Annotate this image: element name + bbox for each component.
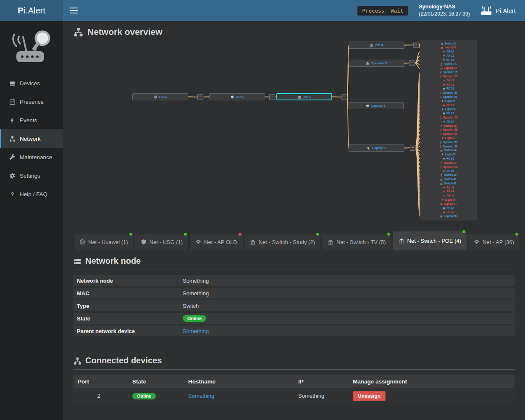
connected-devices-title: Connected devices — [74, 355, 514, 366]
tab-net-switch-study-2[interactable]: Net - Switch - Study (2) — [244, 234, 321, 250]
collapse-toggle[interactable]: − — [409, 60, 415, 66]
device-entry-pc-49[interactable]: PC 49 — [420, 210, 477, 215]
bank-icon — [298, 95, 301, 99]
device-entry-ap-27[interactable]: AP 27 — [420, 120, 477, 124]
device-entry-speaker-38[interactable]: Speaker 38 — [420, 165, 477, 169]
network-node-laptop-6[interactable]: Laptop 6 — [348, 102, 404, 109]
column-header-hostname: Hostname — [188, 378, 298, 385]
device-entry-ap-12[interactable]: AP 12 — [420, 58, 477, 62]
sidebar-item-network[interactable]: Network — [0, 129, 63, 148]
device-entry-ap-44[interactable]: AP 44 — [420, 190, 477, 194]
network-node-pc-4[interactable]: PC 4 — [349, 42, 404, 49]
device-entry-light-24[interactable]: Light 24 — [420, 108, 477, 112]
wifi-icon — [443, 191, 445, 193]
collapse-toggle[interactable]: − — [341, 94, 347, 100]
device-entry-switch-41[interactable]: Switch 41 — [420, 177, 477, 181]
sidebar-item-settings[interactable]: Settings — [0, 166, 63, 185]
device-entry-speaker-29[interactable]: Speaker 29 — [420, 128, 477, 132]
collapse-toggle[interactable]: − — [413, 42, 419, 48]
unassign-button[interactable]: Unassign — [353, 391, 386, 401]
device-entry-ap-11[interactable]: AP 11 — [420, 54, 477, 58]
device-entry-pc-23[interactable]: PC 23 — [420, 103, 477, 108]
brand-bold: Pi — [18, 6, 26, 16]
column-header-state: State — [132, 378, 188, 385]
device-entry-switch-37[interactable]: Switch 37 — [420, 161, 477, 165]
hamburger-icon[interactable] — [70, 8, 78, 13]
status-dot-green — [387, 233, 390, 236]
sidebar-item-devices[interactable]: Devices — [0, 74, 63, 92]
device-entry-switch-34[interactable]: Switch 34 — [420, 149, 477, 153]
device-entry-pc-25[interactable]: PC 25 — [420, 112, 477, 116]
collapse-toggle[interactable]: − — [197, 94, 203, 100]
network-node-laptop-7[interactable]: Laptop 7 — [349, 144, 404, 152]
device-entry-switch-28[interactable]: Switch 28 — [420, 124, 477, 128]
speaker-icon — [439, 145, 442, 148]
sidebar-item-presence[interactable]: Presence — [0, 92, 63, 111]
network-node-ap-2[interactable]: AP 2 — [209, 93, 265, 100]
device-entry-speaker-20[interactable]: Speaker 20 — [420, 91, 477, 95]
network-node-speaker-5[interactable]: Speaker 5 — [349, 60, 404, 67]
hostname-link[interactable]: Something — [188, 393, 214, 399]
device-entry-speaker-33[interactable]: Speaker 33 — [420, 144, 477, 149]
wifi-icon — [443, 79, 445, 82]
device-entry-pc-48[interactable]: PC 48 — [420, 206, 477, 210]
tab-net-ap-36[interactable]: Net - AP (36) — [468, 234, 520, 250]
device-entry-pc-43[interactable]: PC 43 — [420, 186, 477, 190]
device-entry-light-46[interactable]: Light 46 — [420, 198, 477, 202]
display-icon — [443, 104, 445, 107]
network-node-ap-3[interactable]: AP 3 — [276, 93, 332, 100]
bank-icon — [328, 239, 333, 245]
collapse-toggle[interactable]: − — [269, 94, 275, 100]
tab-net-switch-tv-5[interactable]: Net - Switch - TV (5) — [322, 234, 392, 250]
shield-icon — [141, 239, 147, 245]
device-entry-pc-18[interactable]: PC 18 — [420, 83, 477, 87]
device-entry-ap-39[interactable]: AP 39 — [420, 169, 477, 173]
navbar-right: Process: Wait Synology-NAS (22/01/2023, … — [357, 3, 518, 17]
device-entry-label: PC 23 — [446, 104, 454, 107]
tab-net-switch-poe-4[interactable]: Net - Switch - POE (4) — [393, 231, 467, 250]
device-entry-light-22[interactable]: Light 22 — [420, 99, 477, 103]
tab-net-usg-1[interactable]: Net - USG (1) — [135, 234, 189, 250]
device-entry-speaker-16[interactable]: Speaker 16 — [420, 74, 477, 79]
device-entry-laptop-50[interactable]: Laptop 50 — [420, 214, 477, 218]
node-label: Laptop 7 — [372, 146, 386, 150]
device-entry-switch-8[interactable]: Switch 8 — [420, 42, 477, 46]
device-entry-speaker-32[interactable]: Speaker 32 — [420, 140, 477, 144]
main-content: Network overview PC 1AP 2AP 3PC 4Speaker… — [63, 21, 525, 420]
tab-net-ap-old[interactable]: Net - AP OLD — [189, 234, 243, 250]
device-entry-speaker-30[interactable]: Speaker 30 — [420, 132, 477, 136]
device-entry-label: AP 11 — [446, 55, 454, 58]
tab-net-huawei-1[interactable]: Net - Huawei (1) — [74, 234, 134, 250]
device-entry-laptop-47[interactable]: Laptop 47 — [420, 202, 477, 206]
device-entry-light-35[interactable]: Light 35 — [420, 153, 477, 157]
network-node-pc-1[interactable]: PC 1 — [132, 93, 188, 100]
device-entry-light-31[interactable]: Light 31 — [420, 136, 477, 140]
device-entry-ap-45[interactable]: AP 45 — [420, 194, 477, 198]
device-entry-laptop-14[interactable]: Laptop 14 — [420, 66, 477, 71]
wifi-icon — [443, 194, 445, 197]
speaker-icon — [439, 129, 442, 131]
sidebar-item-help-faq[interactable]: ?Help / FAQ — [0, 185, 63, 203]
device-entry-switch-40[interactable]: Switch 40 — [420, 173, 477, 178]
device-entry-switch-13[interactable]: Switch 13 — [420, 62, 477, 66]
sidebar-item-maintenance[interactable]: Maintenance — [0, 148, 63, 166]
device-entry-ap-17[interactable]: AP 17 — [420, 79, 477, 83]
device-entry-switch-42[interactable]: Switch 42 — [420, 181, 477, 186]
tab-label: Net - Switch - Study (2) — [259, 239, 315, 245]
info-value: Something — [183, 278, 209, 284]
device-entry-laptop-9[interactable]: Laptop 9 — [420, 46, 477, 50]
info-label: Parent network device — [77, 328, 183, 334]
collapse-toggle[interactable]: − — [410, 145, 416, 151]
network-node-title: Network node — [74, 255, 514, 266]
brand-logo[interactable]: Pi.Alert — [0, 0, 63, 21]
device-entry-pc-36[interactable]: PC 36 — [420, 157, 477, 161]
device-entry-speaker-15[interactable]: Speaker 15 — [420, 71, 477, 75]
device-entry-ap-10[interactable]: AP 10 — [420, 50, 477, 54]
device-entry-speaker-26[interactable]: Speaker 26 — [420, 116, 477, 120]
tab-pane: Network node Network nodeSomethingMACSom… — [69, 250, 519, 420]
parent-device-link[interactable]: Something — [183, 328, 209, 334]
display-icon — [443, 211, 445, 214]
sidebar-item-events[interactable]: Events — [0, 111, 63, 129]
device-entry-pc-19[interactable]: PC 19 — [420, 87, 477, 91]
device-entry-speaker-21[interactable]: Speaker 21 — [420, 95, 477, 99]
